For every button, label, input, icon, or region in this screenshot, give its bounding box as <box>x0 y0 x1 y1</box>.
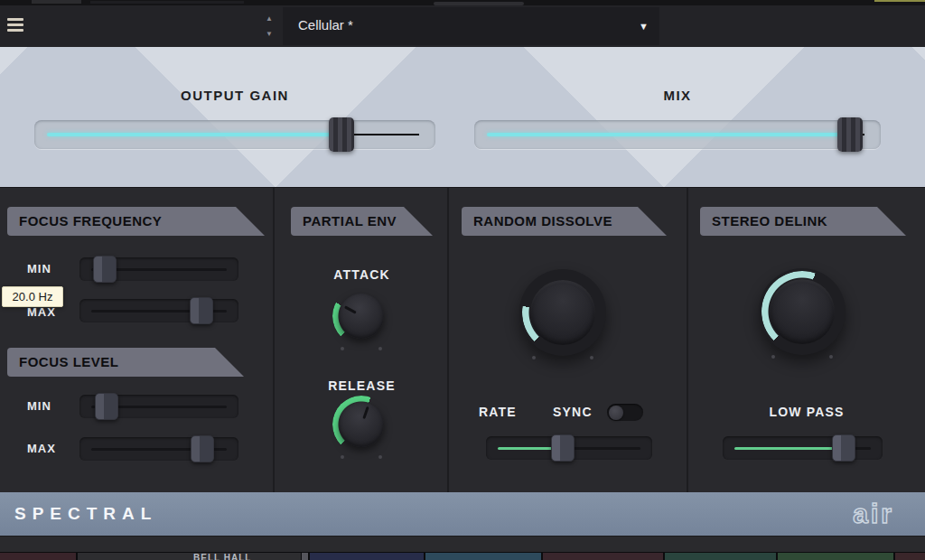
stereo-delink-column: STEREO DELINK LOW PASS <box>688 188 925 492</box>
knob-body <box>770 279 835 344</box>
spectral-brand-label: SPECTRAL <box>14 504 157 524</box>
focus-level-min-slider[interactable] <box>79 395 238 418</box>
background-tab <box>90 1 244 4</box>
focus-level-header: FOCUS LEVEL <box>7 348 244 377</box>
main-controls-area: FOCUS FREQUENCY MIN 20.0 Hz MAX FOCUS LE… <box>0 188 925 492</box>
value-tooltip: 20.0 Hz <box>2 286 63 307</box>
focus-level-max-slider[interactable] <box>79 437 238 461</box>
mix-slider[interactable] <box>474 120 881 149</box>
background-clip <box>665 553 776 560</box>
low-pass-slider-fill <box>734 447 844 451</box>
focus-frequency-min-slider[interactable] <box>79 257 238 281</box>
output-gain-slider-rest <box>353 134 419 135</box>
random-dissolve-knob[interactable] <box>519 269 606 356</box>
release-label: RELEASE <box>275 378 449 393</box>
knob-body <box>530 280 595 345</box>
partial-env-column: PARTIAL ENV ATTACK RELEASE <box>275 188 449 492</box>
low-pass-slider[interactable] <box>723 436 883 460</box>
background-clip: BELL HALL <box>78 553 301 560</box>
preset-prev-button[interactable]: ▲ <box>262 11 276 26</box>
knob-max-dot <box>590 356 593 359</box>
plugin-footer: SPECTRAL air <box>0 492 925 536</box>
knob-min-dot <box>341 347 344 350</box>
stereo-delink-knob[interactable] <box>759 268 846 355</box>
attack-knob-pointer <box>331 285 392 347</box>
sync-toggle[interactable] <box>607 404 643 421</box>
random-dissolve-header: RANDOM DISSOLVE <box>462 207 667 236</box>
background-tab <box>32 0 81 4</box>
output-gain-slider-handle[interactable] <box>329 117 354 152</box>
focus-frequency-max-handle[interactable] <box>190 297 213 324</box>
plugin-titlebar: ▲ ▼ Cellular * ▼ <box>0 5 925 47</box>
low-pass-label: LOW PASS <box>688 405 925 419</box>
focus-level-max-handle[interactable] <box>191 435 214 462</box>
output-gain-label: OUTPUT GAIN <box>34 88 435 103</box>
preset-name: Cellular * <box>298 17 353 33</box>
background-clip <box>895 553 925 560</box>
focus-level-max-label: MAX <box>27 442 56 455</box>
knob-min-dot <box>771 355 775 359</box>
spectral-plugin-window: ▲ ▼ Cellular * ▼ OUTPUT GAIN MIX FOCUS F… <box>0 0 925 560</box>
attack-label: ATTACK <box>275 267 449 282</box>
background-clip <box>543 553 663 560</box>
focus-frequency-max-label: MAX <box>27 305 56 319</box>
focus-level-min-handle[interactable] <box>95 393 118 420</box>
output-gain-slider-fill <box>47 133 341 136</box>
preset-spinner: ▲ ▼ <box>262 11 276 42</box>
knob-min-dot <box>532 356 536 359</box>
dropdown-caret-icon: ▼ <box>639 21 649 32</box>
air-logo: air <box>853 499 894 529</box>
master-panel: OUTPUT GAIN MIX <box>0 47 925 188</box>
focus-column: FOCUS FREQUENCY MIN 20.0 Hz MAX FOCUS LE… <box>0 188 275 492</box>
focus-frequency-max-slider[interactable] <box>79 299 238 322</box>
knob-max-dot <box>378 455 382 459</box>
knob-max-dot <box>378 347 382 350</box>
focus-frequency-min-handle[interactable] <box>93 256 117 283</box>
mix-slider-handle[interactable] <box>837 117 863 152</box>
background-daw-clips-row: BELL HALL <box>0 552 925 560</box>
background-clip <box>425 553 541 560</box>
focus-level-min-label: MIN <box>27 399 51 413</box>
focus-frequency-min-label: MIN <box>27 262 51 275</box>
mix-slider-fill <box>487 133 850 136</box>
attack-knob[interactable] <box>332 287 390 345</box>
sync-label: SYNC <box>553 405 593 419</box>
knob-max-dot <box>829 355 833 359</box>
rate-slider-handle[interactable] <box>551 434 575 462</box>
background-clip-label: BELL HALL <box>193 553 251 560</box>
background-clip <box>302 553 308 560</box>
preset-next-button[interactable]: ▼ <box>262 26 276 42</box>
partial-env-header: PARTIAL ENV <box>291 207 433 236</box>
background-daw-bottom-strip <box>0 536 925 552</box>
rate-label: RATE <box>479 405 517 419</box>
output-gain-slider[interactable] <box>34 120 435 149</box>
background-clip <box>778 553 893 560</box>
rate-slider[interactable] <box>486 436 652 460</box>
stereo-delink-header: STEREO DELINK <box>700 207 906 236</box>
background-highlight <box>874 0 925 2</box>
focus-frequency-header: FOCUS FREQUENCY <box>7 207 265 236</box>
random-dissolve-column: RANDOM DISSOLVE RATE SYNC <box>449 188 688 492</box>
sync-toggle-knob[interactable] <box>609 406 623 420</box>
release-knob[interactable] <box>332 396 390 453</box>
knob-min-dot <box>341 455 344 459</box>
background-clip <box>0 553 76 560</box>
background-clip <box>310 553 424 560</box>
low-pass-slider-handle[interactable] <box>832 434 855 462</box>
mix-label: MIX <box>474 88 881 103</box>
preset-selector[interactable]: Cellular * ▼ <box>283 7 659 45</box>
menu-hamburger-icon[interactable] <box>7 18 25 34</box>
